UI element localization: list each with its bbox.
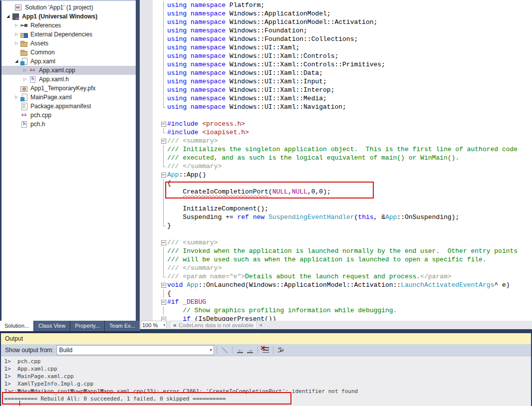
tree-item-references[interactable]: ▷References [1,21,136,30]
tree-item-package-appxmanifest[interactable]: Package.appxmanifest [1,102,136,111]
code-token: using namespace [167,35,226,43]
tree-item-label: App.xaml.cpp [38,67,75,74]
code-lines: using namespace Platform;using namespace… [140,1,532,321]
code-token: #if [167,298,179,306]
previous-message-button[interactable]: ← [235,346,245,355]
tree-expand-arrow-icon[interactable]: ▷ [13,30,20,39]
fold-collapse-box-icon[interactable] [161,298,167,306]
code-token: ref [237,213,249,221]
tab-classview[interactable]: Class View [34,321,70,331]
fold-collapse-box-icon[interactable] [161,137,167,145]
goto-message-button[interactable] [220,346,230,355]
code-token: #include [167,129,198,136]
fold-collapse-box-icon[interactable] [161,315,167,321]
code-line: /// executed, and as such is the logical… [140,154,532,162]
code-token: Windows::UI::Xaml::Input; [226,78,327,85]
tree-item-external-dependencies[interactable]: ▷External Dependencies [1,30,136,39]
tree-item-mainpage-xaml[interactable]: ▷MainPage.xaml [1,93,136,102]
tree-item-solution-app1-1-project-[interactable]: Solution 'App1' (1 project) [1,3,136,12]
tree-item-label: App1_TemporaryKey.pfx [29,85,96,92]
tree-item-pch-h[interactable]: pch.h [1,120,136,129]
tree-item-common[interactable]: Common [1,48,136,57]
toolbar-separator [273,346,273,354]
window-chrome-strip [140,329,532,333]
tab-teamex[interactable]: Team Ex... [105,321,140,331]
code-token: <ioapiset.h> [202,129,249,136]
tree-item-label: pch.h [29,121,45,128]
code-token: Details about the launch request and pro… [245,273,420,280]
hscroll-left-arrow-icon[interactable]: ◀ [259,323,262,327]
code-line: using namespace Windows::UI::Xaml::Input… [140,77,532,86]
code-token: new [253,213,265,221]
code-token: (IsDebuggerPresent()) [191,315,276,321]
code-token: _DEBUG [183,298,206,306]
code-line: using namespace Windows::UI::Xaml; [140,43,532,52]
tree-expand-arrow-icon[interactable]: ▷ [13,21,20,30]
external-dependencies-icon [20,30,28,38]
tree-collapse-arrow-icon[interactable]: ◢ [4,12,11,21]
fold-collapse-box-icon[interactable] [161,120,167,128]
fold-collapse-box-icon[interactable] [161,171,167,179]
code-line: using namespace Platform; [140,1,532,9]
next-message-button[interactable]: → [245,346,255,355]
code-line: using namespace Windows::Foundation::Col… [140,35,532,43]
fold-guide-line [161,103,167,111]
code-token: using namespace [167,27,226,34]
code-line [140,230,532,238]
tab-property[interactable]: Property... [70,321,104,331]
code-token: using namespace [167,52,226,60]
code-token: this [358,213,373,221]
fold-guide-line [161,289,167,298]
fold-guide-line [161,52,167,60]
output-source-value: Build [59,347,72,354]
zoom-level-dropdown[interactable]: 100 % ▾ [141,321,167,329]
fold-collapse-box-icon[interactable] [161,238,167,247]
code-token [167,315,183,321]
panel-splitter[interactable] [136,0,140,333]
codelens-icon: « [173,322,177,329]
xaml-file-icon [20,93,28,101]
word-wrap-icon: abc↵ [278,347,284,353]
word-wrap-button[interactable]: abc↵ [276,346,286,355]
code-line: // Show graphics profiling information w… [140,306,532,315]
output-toolbar: Show output from: Build ▾ ← → abc↵ [1,344,531,356]
output-panel-header[interactable]: Output [1,333,531,344]
toolbar-separator [232,346,233,354]
tree-item-assets[interactable]: ▷Assets [1,39,136,48]
tree-item-app1-universal-windows-[interactable]: ◢App1 (Universal Windows) [1,12,136,21]
header-file-icon [28,75,36,83]
code-token: SuspendingEventHandler [268,213,354,221]
code-token: , & [374,213,385,221]
code-line: #if _DEBUG [140,298,532,306]
tree-expand-arrow-icon[interactable]: ▷ [21,75,28,84]
clear-all-button[interactable] [261,346,270,355]
code-token: Windows::UI::Xaml::Data; [226,69,323,77]
tree-item-pch-cpp[interactable]: pch.cpp [1,111,136,120]
tree-item-app-xaml-cpp[interactable]: ▷App.xaml.cpp [1,66,136,75]
code-token: ::App() [179,171,206,179]
goto-message-icon [222,347,228,353]
codelens-indicator[interactable]: « CodeLens data is not available [170,321,257,329]
tree-item-app1-temporarykey-pfx[interactable]: App1_TemporaryKey.pfx [1,84,136,93]
tree-item-label: Solution 'App1' (1 project) [24,4,93,11]
code-line: using namespace Windows::UI::Xaml::Contr… [140,60,532,69]
code-editor[interactable]: using namespace Platform;using namespace… [140,0,532,321]
code-line: /// Invoked when the application is laun… [140,247,532,255]
tree-expand-arrow-icon[interactable]: ▷ [13,39,20,48]
code-token: ^ e) [494,281,510,289]
manifest-file-icon [20,102,28,110]
code-line: void App::OnLaunched(Windows::Applicatio… [140,281,532,289]
tree-item-label: External Dependencies [29,31,92,38]
code-line: /// will be used such as when the applic… [140,255,532,264]
code-line: #include <process.h> [140,120,532,128]
code-token: <process.h> [202,120,245,128]
tree-item-app-xaml-h[interactable]: ▷App.xaml.h [1,75,136,84]
tree-collapse-arrow-icon[interactable]: ◢ [13,57,20,66]
tree-expand-arrow-icon[interactable]: ▷ [13,93,20,102]
tree-item-app-xaml[interactable]: ◢App.xaml [1,57,136,66]
fold-collapse-box-icon[interactable] [161,281,167,289]
output-source-dropdown[interactable]: Build ▾ [56,345,214,355]
tree-expand-arrow-icon[interactable]: ▷ [21,66,28,75]
tab-solution[interactable]: Solution... [0,321,33,331]
show-output-from-label: Show output from: [5,347,53,354]
